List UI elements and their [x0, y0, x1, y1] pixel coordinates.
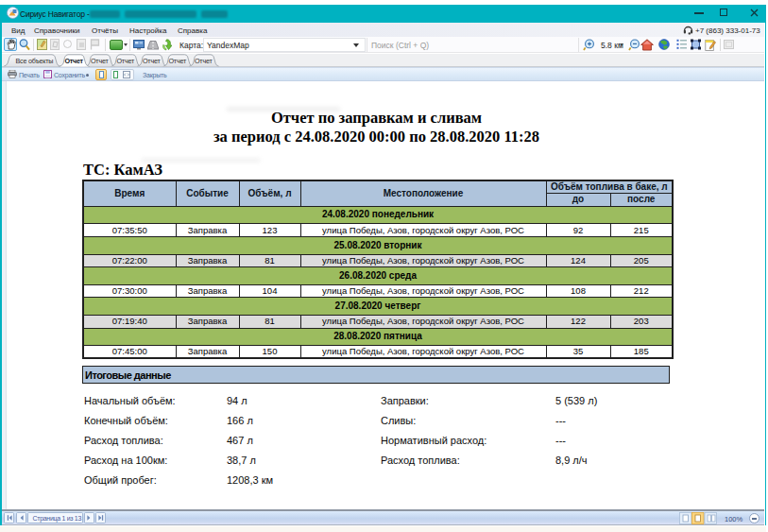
svg-text:Отчет: Отчет — [195, 57, 213, 65]
svg-text:Отчет: Отчет — [169, 57, 187, 65]
svg-text:Все объекты: Все объекты — [16, 57, 54, 65]
svg-text:Отчет: Отчет — [91, 57, 109, 65]
svg-text:Отчет: Отчет — [143, 57, 161, 65]
svg-text:Страница 1 из 13: Страница 1 из 13 — [33, 515, 82, 523]
svg-text:Отчет: Отчет — [117, 57, 135, 65]
svg-text:Отчет: Отчет — [65, 57, 84, 65]
